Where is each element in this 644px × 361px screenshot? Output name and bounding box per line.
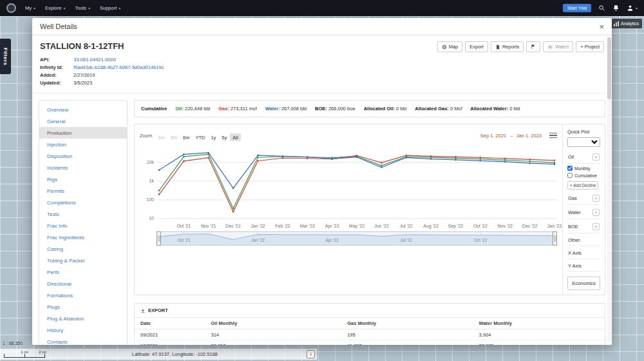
sidebar-item-completions[interactable]: Completions [39,197,127,208]
add-project-button[interactable]: + Project [576,41,604,52]
scrollbar-thumb[interactable] [607,37,611,99]
cumulative-checkbox[interactable] [567,173,573,178]
close-icon[interactable]: × [599,23,604,31]
download-icon [140,308,146,313]
filters-tab[interactable]: Filters [0,39,11,74]
sidebar-item-contacts[interactable]: Contacts [39,336,127,345]
zoom-ytd-button[interactable]: YTD [193,133,207,141]
sidebar-item-injection[interactable]: Injection [39,139,127,150]
zoom-1m-button[interactable]: 1m [155,133,167,141]
sidebar-item-tests[interactable]: Tests [39,208,127,220]
zoom-3m-button[interactable]: 3m [168,133,180,141]
map-scale-bar: 1 mi 2 mi [4,349,45,358]
menu-label: Support [100,5,117,11]
sidebar-item-plug-abandon[interactable]: Plug & Abandon [39,313,127,324]
remove-boe-button[interactable]: × [592,223,600,230]
qp-row-x-axis[interactable]: X Axis [567,248,600,259]
qp-row-other[interactable]: Other [567,235,600,246]
range-start-input[interactable]: Sep 1, 2021 [480,133,506,139]
menu-label: Tools [75,5,86,11]
zoom-1y-button[interactable]: 1y [208,133,218,141]
add-decline-button[interactable]: + Add Decline [567,181,598,190]
well-name: STALLION 8-1-12TFH [40,41,124,51]
table-cell: 314 [205,329,342,340]
chevron-down-icon: ▾ [63,6,65,10]
sidebar-item-production[interactable]: Production [39,127,127,139]
export-button[interactable]: Export [465,41,488,52]
menu-support[interactable]: Support▾ [100,5,120,11]
remove-oil-button[interactable]: × [592,153,600,161]
map-button[interactable]: Map [437,41,463,52]
navigator-handle[interactable] [157,232,161,246]
chart-area: Zoom 1m3m6mYTD1y5yAll Sep 1, 2021 → Jan … [135,124,562,295]
zoom-6m-button[interactable]: 6m [180,133,192,141]
qp-row-boe[interactable]: BOE × [567,220,600,233]
date-range: Sep 1, 2021 → Jan 1, 2023 [480,133,542,139]
monthly-option[interactable]: Monthly [567,166,600,171]
range-end-input[interactable]: Jan 1, 2023 [516,133,542,139]
qp-row-y-axis[interactable]: Y Axis [567,260,600,272]
qp-row-oil[interactable]: Oil × [567,151,600,164]
detail-label: Added: [40,72,73,78]
sidebar-item-overview[interactable]: Overview [39,104,127,115]
quick-plot-select[interactable] [567,137,600,147]
bell-icon[interactable] [612,5,620,12]
sidebar-item-perfs[interactable]: Perfs [39,266,127,278]
sidebar-item-tubing-packer[interactable]: Tubing & Packer [39,255,127,266]
remove-water-button[interactable]: × [592,209,600,216]
navigator-tick: Oct '21 [177,238,190,242]
modal-scrollbar[interactable] [607,37,611,343]
economics-button[interactable]: Economics [567,277,600,290]
chart-navigator[interactable]: Oct '21Jan '22Apr '22Jul '22Oct '22 [156,231,557,246]
cumulative-stat-allocated-oil: Allocated Oil: 0 bbl [364,106,407,112]
detail-value[interactable]: f9ad43dc-b188-4b27-b087-5d0a3014b19c [73,64,164,70]
user-menu[interactable]: ▾ [627,5,638,12]
sidebar-item-incidents[interactable]: Incidents [39,162,127,173]
sidebar-item-permits[interactable]: Permits [39,185,127,197]
detail-value[interactable]: 33-061-04421-0000 [73,57,116,63]
zoom-all-button[interactable]: All [230,133,240,141]
app-logo[interactable] [6,3,16,13]
coordinates-bar: Latitude: 47.9137, Longitude: -102.5188 … [0,349,317,360]
navigator-tick: Jan '22 [251,238,265,242]
sidebar-item-general[interactable]: General [39,115,127,127]
detail-row-added: Added:2/27/2019 [40,72,604,78]
sidebar-item-plugs[interactable]: Plugs [39,301,127,313]
production-plot[interactable] [156,146,557,222]
menu-tools[interactable]: Tools▾ [75,5,90,11]
map-scale-ratio: 1 : 88,350 [3,341,23,346]
x-axis-tick: Mar '22 [300,224,315,228]
analytics-button[interactable]: Analytics [611,19,642,28]
zoom-5y-button[interactable]: 5y [219,133,229,141]
map-button-label: Map [449,44,459,50]
search-icon[interactable] [598,5,605,12]
sidebar-item-history[interactable]: History [39,324,127,336]
cumulative-stat-label: Allocated Water: [470,106,508,112]
sidebar-item-disposition[interactable]: Disposition [39,150,127,162]
sidebar-item-rigs[interactable]: Rigs [39,173,127,185]
menu-my[interactable]: My▾ [25,5,35,11]
flag-button[interactable] [526,41,540,52]
remove-gas-button[interactable]: × [592,195,600,202]
monthly-checkbox[interactable] [567,166,573,171]
menu-explore[interactable]: Explore▾ [45,5,65,11]
navigator-handle[interactable] [553,232,556,246]
cumulative-stat-boe: BOE: 266,000 boe [315,106,355,112]
detail-value: 2/27/2019 [73,72,95,78]
sidebar-item-formations[interactable]: Formations [39,289,127,301]
chart-menu-icon[interactable] [549,133,557,139]
cumulative-option[interactable]: Cumulative [567,173,600,178]
qp-row-water[interactable]: Water × [567,206,600,219]
watch-button[interactable]: Watch [543,41,573,52]
qp-row-gas[interactable]: Gas × [567,192,600,205]
sidebar-item-frac-info[interactable]: Frac Info [39,220,127,231]
sidebar-item-frac-ingredients[interactable]: Frac Ingredients [39,231,127,243]
sidebar-item-casing[interactable]: Casing [39,243,127,255]
sidebar-item-directional[interactable]: Directional [39,278,127,289]
export-header[interactable]: EXPORT [135,304,605,318]
reports-button[interactable]: Reports [491,41,524,52]
detail-row-updated: Updated:3/5/2023 [40,80,604,86]
info-icon[interactable]: i [307,350,315,358]
qp-water-label: Water [568,210,581,215]
start-trial-button[interactable]: Start Trial [563,4,591,12]
